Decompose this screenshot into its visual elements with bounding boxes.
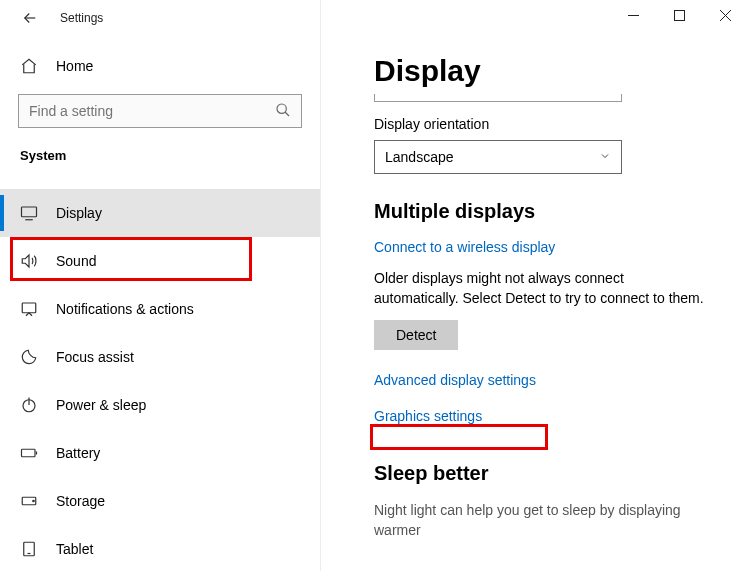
maximize-icon xyxy=(674,10,685,21)
window-controls xyxy=(610,0,748,30)
svg-marker-8 xyxy=(22,255,29,267)
nav-item-display[interactable]: Display xyxy=(0,189,320,237)
focus-icon xyxy=(20,348,38,366)
minimize-icon xyxy=(628,10,639,21)
close-icon xyxy=(720,10,731,21)
home-label: Home xyxy=(56,58,93,74)
monitor-icon xyxy=(20,204,38,222)
nav-item-tablet[interactable]: Tablet xyxy=(0,525,320,571)
svg-rect-6 xyxy=(22,207,37,217)
battery-icon xyxy=(20,444,38,462)
page-title: Display xyxy=(374,54,708,88)
vertical-divider xyxy=(320,0,321,571)
search-input[interactable] xyxy=(29,103,275,119)
nav-label: Battery xyxy=(56,445,100,461)
detect-button[interactable]: Detect xyxy=(374,320,458,350)
maximize-button[interactable] xyxy=(656,0,702,30)
nav-item-storage[interactable]: Storage xyxy=(0,477,320,525)
nav-item-focus[interactable]: Focus assist xyxy=(0,333,320,381)
multiple-displays-heading: Multiple displays xyxy=(374,200,708,223)
nav-label: Tablet xyxy=(56,541,93,557)
orientation-value: Landscape xyxy=(385,149,454,165)
nav-label: Power & sleep xyxy=(56,397,146,413)
power-icon xyxy=(20,396,38,414)
svg-line-5 xyxy=(285,112,289,116)
nav-label: Notifications & actions xyxy=(56,301,194,317)
nav-list: Display Sound Notifications & actions Fo… xyxy=(0,189,320,571)
nav-label: Display xyxy=(56,205,102,221)
nav-label: Storage xyxy=(56,493,105,509)
close-button[interactable] xyxy=(702,0,748,30)
nav-item-notifications[interactable]: Notifications & actions xyxy=(0,285,320,333)
back-button[interactable] xyxy=(18,6,42,30)
sound-icon xyxy=(20,252,38,270)
search-icon xyxy=(275,102,291,121)
svg-rect-9 xyxy=(22,303,36,313)
graphics-settings-link[interactable]: Graphics settings xyxy=(374,408,482,424)
wireless-display-link[interactable]: Connect to a wireless display xyxy=(374,239,555,255)
chevron-down-icon xyxy=(599,149,611,165)
svg-rect-1 xyxy=(674,10,684,20)
nav-item-power[interactable]: Power & sleep xyxy=(0,381,320,429)
slider-remnant xyxy=(374,94,622,102)
older-displays-text: Older displays might not always connect … xyxy=(374,269,708,308)
window-title: Settings xyxy=(60,11,103,25)
category-label: System xyxy=(0,142,320,169)
arrow-left-icon xyxy=(21,9,39,27)
svg-point-15 xyxy=(33,500,35,502)
content-area: Display Display orientation Landscape Mu… xyxy=(320,36,748,571)
tablet-icon xyxy=(20,540,38,558)
titlebar: Settings xyxy=(0,0,748,36)
svg-rect-12 xyxy=(22,449,36,457)
nav-label: Sound xyxy=(56,253,96,269)
sleep-better-heading: Sleep better xyxy=(374,462,708,485)
nav-item-battery[interactable]: Battery xyxy=(0,429,320,477)
sleep-better-text: Night light can help you get to sleep by… xyxy=(374,501,708,540)
advanced-display-link[interactable]: Advanced display settings xyxy=(374,372,536,388)
storage-icon xyxy=(20,492,38,510)
search-box[interactable] xyxy=(18,94,302,128)
home-icon xyxy=(20,57,38,75)
notifications-icon xyxy=(20,300,38,318)
minimize-button[interactable] xyxy=(610,0,656,30)
orientation-label: Display orientation xyxy=(374,116,708,132)
orientation-dropdown[interactable]: Landscape xyxy=(374,140,622,174)
home-link[interactable]: Home xyxy=(0,46,320,86)
sidebar: Home System Display Sound Notifications … xyxy=(0,36,320,571)
nav-label: Focus assist xyxy=(56,349,134,365)
svg-point-4 xyxy=(277,104,286,113)
nav-item-sound[interactable]: Sound xyxy=(0,237,320,285)
